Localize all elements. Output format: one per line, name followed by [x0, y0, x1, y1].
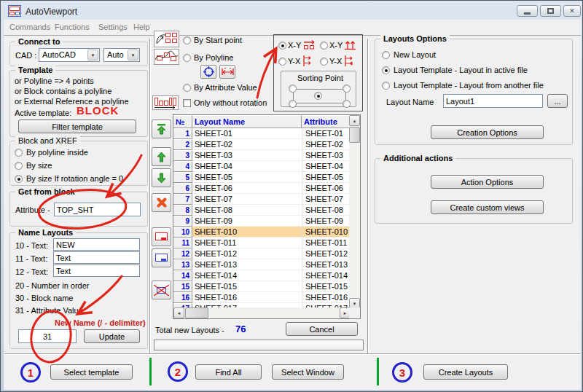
select-window-button[interactable]: Select Window [272, 364, 344, 380]
vscroll-thumb[interactable] [349, 127, 360, 143]
text11-input[interactable] [53, 251, 140, 264]
radio-sort-yx-2[interactable] [320, 58, 328, 66]
chevron-down-icon[interactable]: ▼ [128, 50, 138, 60]
viewport-red-button[interactable] [152, 227, 171, 246]
move-up-button[interactable] [152, 147, 171, 166]
pick-center-button[interactable] [200, 65, 216, 79]
minimize-button[interactable] [517, 5, 538, 17]
radio-sort-yx-1[interactable] [278, 58, 286, 66]
scroll-up-icon[interactable]: ▲ [349, 115, 360, 126]
only-without-rotation-label: Only without rotation [194, 98, 267, 108]
radio-by-polyline[interactable] [183, 54, 191, 62]
cancel-button[interactable]: Cancel [286, 322, 358, 336]
move-down-button[interactable] [152, 168, 171, 187]
filter-template-button[interactable]: Filter template [18, 119, 136, 133]
crossed-viewport-icon [154, 285, 169, 296]
sorting-point-top-left[interactable] [289, 85, 297, 93]
name-code-input[interactable] [18, 329, 77, 343]
minimize-icon [524, 12, 531, 15]
radio-by-attribute-value-label: By Attribute Value [194, 83, 257, 93]
table-row[interactable]: 1SHEET-01SHEET-01 [173, 128, 351, 139]
find-all-button[interactable]: Find All [195, 364, 262, 380]
radio-by-size[interactable] [15, 162, 23, 170]
table-row[interactable]: 5SHEET-05SHEET-05 [173, 172, 351, 183]
menu-settings[interactable]: Settings [98, 23, 128, 31]
table-row[interactable]: 15SHEET-015SHEET-015 [173, 281, 351, 292]
browse-layout-button[interactable]: ... [547, 94, 568, 108]
mode-combobox[interactable]: Auto ▼ [103, 48, 140, 62]
only-without-rotation-checkbox[interactable] [183, 99, 191, 107]
radio-by-polyline-inside[interactable] [15, 149, 23, 157]
action-options-button[interactable]: Action Options [431, 175, 544, 189]
chevron-down-icon[interactable]: ▼ [87, 50, 98, 60]
radio-layout-template-another-label: Layout Template - Layout from another fi… [394, 81, 544, 90]
row-number: 7 [173, 194, 192, 205]
header-number[interactable]: № [173, 115, 192, 128]
text12-input[interactable] [53, 264, 140, 277]
cad-combobox[interactable]: AutoCAD ▼ [39, 48, 100, 62]
mode-combobox-value: Auto [107, 50, 124, 59]
table-row[interactable]: 13SHEET-013SHEET-013 [173, 259, 351, 270]
sorting-point-bottom-right[interactable] [343, 100, 351, 108]
attribute-input[interactable] [54, 203, 141, 216]
radio-layout-template-active[interactable] [382, 66, 390, 74]
cell-attribute: SHEET-01 [302, 128, 351, 139]
template-line-1: or Polyline => 4 points [15, 77, 94, 86]
viewport-blue-button[interactable] [152, 248, 171, 267]
table-row[interactable]: 16SHEET-016SHEET-016 [173, 292, 351, 303]
layout-name-input[interactable] [443, 94, 543, 108]
radio-by-start-point[interactable] [183, 36, 191, 44]
radio-sort-xy-1[interactable] [278, 42, 286, 50]
radio-layout-template-another[interactable] [382, 82, 390, 90]
pick-width-button[interactable] [219, 65, 235, 79]
text10-input[interactable] [53, 238, 140, 251]
creation-options-button[interactable]: Creation Options [431, 125, 544, 139]
table-row[interactable]: 2SHEET-02SHEET-02 [173, 139, 351, 150]
delete-row-button[interactable] [152, 193, 171, 212]
radio-by-size-label: By size [26, 161, 52, 170]
maximize-button[interactable] [540, 5, 561, 17]
radio-by-attribute-value[interactable] [183, 84, 191, 92]
menu-help[interactable]: Help [133, 23, 150, 31]
table-row[interactable]: 6SHEET-06SHEET-06 [173, 183, 351, 194]
green-separator-1 [149, 358, 152, 385]
cell-layout-name: SHEET-03 [192, 150, 302, 161]
cell-layout-name: SHEET-04 [192, 161, 302, 172]
table-row[interactable]: 11SHEET-011SHEET-011 [173, 238, 351, 248]
table-row[interactable]: 14SHEET-014SHEET-014 [173, 270, 351, 281]
sorting-point-bottom-left[interactable] [289, 100, 297, 108]
sort-xy-1-icon [302, 39, 316, 52]
table-row[interactable]: 3SHEET-03SHEET-03 [173, 150, 351, 161]
radio-by-size-if-rotation[interactable] [15, 175, 23, 183]
divider-right [367, 39, 369, 353]
move-to-top-button[interactable] [152, 119, 171, 138]
scroll-left-icon[interactable]: ◄ [173, 307, 184, 318]
radio-sort-xy-2[interactable] [320, 42, 328, 50]
select-template-button[interactable]: Select template [50, 364, 133, 380]
table-row[interactable]: 7SHEET-07SHEET-07 [173, 194, 351, 205]
hscroll-thumb[interactable] [185, 307, 208, 318]
create-custom-views-button[interactable]: Create custom views [431, 200, 544, 214]
create-layouts-button[interactable]: Create Layouts [423, 364, 508, 380]
radio-new-layout[interactable] [382, 51, 390, 59]
table-vscrollbar[interactable]: ▲ ▼ [349, 115, 360, 309]
maximize-icon [547, 8, 554, 14]
table-row[interactable]: 12SHEET-012SHEET-012 [173, 248, 351, 259]
table-hscrollbar[interactable]: ◄ ► [173, 307, 351, 318]
table-row[interactable]: 8SHEET-08SHEET-08 [173, 205, 351, 216]
new-name-note: New Name (/ - delimiter) [55, 318, 146, 328]
update-button[interactable]: Update [84, 329, 140, 343]
table-row[interactable]: 4SHEET-04SHEET-04 [173, 161, 351, 172]
table-row[interactable]: 9SHEET-09SHEET-09 [173, 216, 351, 227]
menu-commands[interactable]: Commands [9, 23, 50, 31]
sorting-point-top-right[interactable] [343, 85, 351, 93]
close-button[interactable]: ✕ [563, 5, 581, 17]
crossed-viewport-button[interactable] [152, 281, 171, 299]
table-row[interactable]: 10SHEET-010SHEET-010 [173, 227, 351, 238]
header-layout-name[interactable]: Layout Name [192, 115, 302, 128]
cell-attribute: SHEET-05 [302, 172, 351, 183]
header-attribute[interactable]: Attribute [302, 115, 351, 128]
menu-functions[interactable]: Functions [55, 23, 90, 31]
sorting-point-center[interactable] [314, 92, 322, 100]
active-template-value: BLOCK [77, 106, 119, 115]
